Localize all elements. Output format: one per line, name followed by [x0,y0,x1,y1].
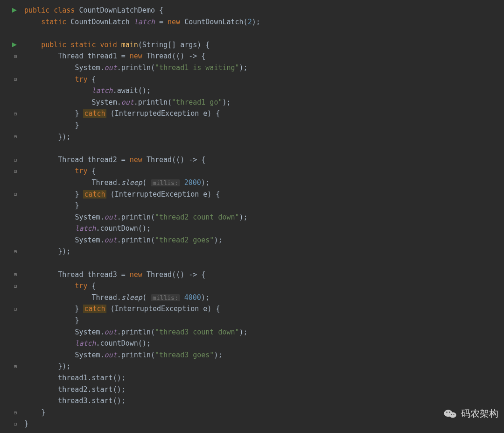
code-line[interactable]: thread1.start(); [24,372,504,384]
fold-close-icon[interactable]: ⊟ [14,306,17,312]
code-line[interactable]: latch.countDown(); [24,223,504,234]
code-line[interactable]: try { [24,74,504,85]
fold-close-icon[interactable]: ⊟ [14,410,17,415]
gutter-line[interactable] [0,223,20,234]
fold-close-icon[interactable]: ⊟ [14,134,17,139]
code-editor[interactable]: ⊟⊟⊟⊟⊟⊟⊟⊟⊟⊟⊟⊟⊟⊟ public class CountDownLat… [0,0,504,433]
gutter-line[interactable] [0,349,20,361]
gutter-line[interactable]: ⊟ [0,418,20,430]
code-line[interactable] [24,142,504,154]
symbol: ); [239,213,248,221]
gutter-line[interactable] [0,292,20,304]
code-line[interactable]: Thread thread2 = new Thread(() -> { [24,154,504,166]
code-line[interactable]: } catch (InterruptedException e) { [24,303,504,315]
fold-open-icon[interactable]: ⊟ [14,169,17,174]
fold-close-icon[interactable]: ⊟ [14,421,17,426]
gutter-line[interactable] [0,212,20,223]
code-line[interactable]: } [24,200,504,212]
code-line[interactable]: static CountDownLatch latch = new CountD… [24,16,504,28]
code-line[interactable]: } catch (InterruptedException e) { [24,189,504,200]
gutter-line[interactable] [0,39,20,51]
gutter-line[interactable] [0,97,20,108]
code-line[interactable]: System.out.println("thread2 count down")… [24,212,504,223]
code-line[interactable]: public static void main(String[] args) { [24,39,504,51]
gutter-line[interactable] [0,177,20,189]
gutter-line[interactable] [0,5,20,16]
gutter-line[interactable]: ⊟ [0,189,20,200]
gutter-line[interactable]: ⊟ [0,361,20,372]
gutter-line[interactable] [0,120,20,131]
gutter-line[interactable] [0,327,20,338]
code-line[interactable]: } [24,315,504,327]
code-line[interactable]: latch.await(); [24,85,504,97]
gutter-line[interactable] [0,200,20,212]
symbol: }); [58,247,70,256]
editor-gutter[interactable]: ⊟⊟⊟⊟⊟⊟⊟⊟⊟⊟⊟⊟⊟⊟ [0,0,20,433]
gutter-line[interactable] [0,384,20,396]
code-line[interactable]: try { [24,165,504,177]
code-line[interactable]: System.out.println("thread1 is waiting")… [24,62,504,74]
code-line[interactable] [24,28,504,39]
code-line[interactable]: System.out.println("thread2 goes"); [24,234,504,246]
gutter-line[interactable]: ⊟ [0,50,20,62]
run-icon[interactable] [12,6,17,14]
run-icon[interactable] [12,41,17,49]
fold-close-icon[interactable]: ⊟ [14,364,17,369]
code-line[interactable]: System.out.println("thread1 go"); [24,97,504,108]
gutter-line[interactable] [0,142,20,154]
fold-close-icon[interactable]: ⊟ [14,249,17,254]
gutter-line[interactable]: ⊟ [0,246,20,257]
gutter-line[interactable]: ⊟ [0,131,20,143]
fold-open-icon[interactable]: ⊟ [14,272,17,277]
gutter-line[interactable] [0,16,20,28]
code-line[interactable]: System.out.println("thread3 goes"); [24,349,504,361]
gutter-line[interactable] [0,395,20,407]
code-line[interactable]: } catch (InterruptedException e) { [24,108,504,120]
code-line[interactable]: } [24,418,504,430]
gutter-line[interactable] [0,62,20,74]
code-line[interactable]: } [24,120,504,131]
fold-open-icon[interactable]: ⊟ [14,77,17,82]
watermark: 码农架构 [443,407,498,420]
gutter-line[interactable]: ⊟ [0,154,20,166]
gutter-line[interactable]: ⊟ [0,108,20,120]
gutter-line[interactable]: ⊟ [0,303,20,315]
fold-close-icon[interactable]: ⊟ [14,111,17,116]
code-line[interactable] [24,257,504,269]
gutter-line[interactable] [0,85,20,97]
static-field: latch [92,86,113,95]
gutter-line[interactable]: ⊟ [0,165,20,177]
symbol: { [92,167,96,175]
code-line[interactable]: try { [24,280,504,292]
fold-open-icon[interactable]: ⊟ [14,54,17,59]
code-line[interactable]: } [24,407,504,419]
gutter-line[interactable] [0,257,20,269]
fold-close-icon[interactable]: ⊟ [14,192,17,197]
code-line[interactable]: thread3.start(); [24,395,504,407]
fold-open-icon[interactable]: ⊟ [14,284,17,289]
gutter-line[interactable]: ⊟ [0,74,20,85]
gutter-line[interactable]: ⊟ [0,407,20,419]
gutter-line[interactable] [0,234,20,246]
code-line[interactable]: public class CountDownLatchDemo { [24,5,504,16]
fold-open-icon[interactable]: ⊟ [14,157,17,163]
gutter-line[interactable] [0,315,20,327]
code-line[interactable]: Thread thread1 = new Thread(() -> { [24,50,504,62]
code-line[interactable]: Thread thread3 = new Thread(() -> { [24,269,504,281]
code-line[interactable]: }); [24,361,504,372]
symbol: { [92,75,96,84]
code-line[interactable]: Thread.sleep( millis: 2000); [24,177,504,189]
gutter-line[interactable] [0,372,20,384]
static-field: latch [134,18,155,26]
code-area[interactable]: public class CountDownLatchDemo { static… [20,0,504,433]
code-line[interactable]: latch.countDown(); [24,338,504,349]
gutter-line[interactable]: ⊟ [0,280,20,292]
code-line[interactable]: thread2.start(); [24,384,504,396]
gutter-line[interactable] [0,28,20,39]
code-line[interactable]: }); [24,131,504,143]
gutter-line[interactable] [0,338,20,349]
code-line[interactable]: }); [24,246,504,257]
gutter-line[interactable]: ⊟ [0,269,20,281]
code-line[interactable]: System.out.println("thread3 count down")… [24,327,504,338]
code-line[interactable]: Thread.sleep( millis: 4000); [24,292,504,304]
